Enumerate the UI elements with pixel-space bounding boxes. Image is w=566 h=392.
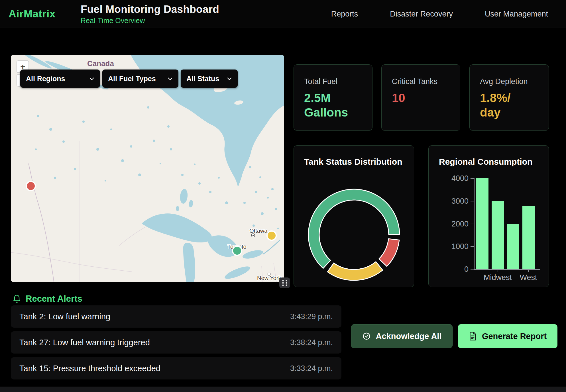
main-nav: Reports Disaster Recovery User Managemen… [331, 0, 548, 28]
alert-message: Tank 27: Low fuel warning triggered [19, 338, 150, 347]
dashboard: AirMatrix Fuel Monitoring Dashboard Real… [0, 0, 566, 392]
new-york-label: New York [257, 275, 281, 281]
donut-segment-warning [327, 262, 383, 280]
y-tick-label: 4000 [437, 174, 469, 183]
donut-segment-critical [379, 239, 399, 266]
y-tick-label: 1000 [437, 242, 469, 251]
y-axis [474, 178, 475, 270]
chevron-down-icon [89, 77, 94, 80]
tank-status-chart-card: Tank Status Distribution [294, 145, 414, 287]
top-bar: AirMatrix Fuel Monitoring Dashboard Real… [0, 0, 566, 28]
acknowledge-all-label: Acknowledge All [376, 332, 442, 341]
bottom-strip [0, 387, 566, 392]
map-canvas: Canada Ottawa Toronto New York [11, 55, 284, 282]
chevron-down-icon [227, 77, 232, 80]
region-filter-value: All Regions [26, 75, 65, 83]
consumption-bar [492, 201, 504, 269]
generate-report-label: Generate Report [482, 332, 547, 341]
alert-message: Tank 2: Low fuel warning [19, 312, 110, 321]
map-filters: All Regions All Fuel Types All Status [20, 70, 238, 88]
x-tick-label: West [508, 273, 548, 282]
ottawa-label: Ottawa [249, 228, 268, 234]
chevron-down-icon [168, 77, 173, 80]
map-resize-grip-icon[interactable] [279, 277, 290, 288]
status-filter-dropdown[interactable]: All Status [181, 70, 238, 88]
tank-marker-critical[interactable] [26, 181, 35, 191]
title-block: Fuel Monitoring Dashboard Real-Time Over… [81, 3, 219, 25]
alerts-header: Recent Alerts [13, 294, 82, 304]
consumption-bar [507, 224, 519, 270]
y-tick-label: 2000 [437, 219, 469, 228]
consumption-bar [522, 206, 535, 269]
page-title: Fuel Monitoring Dashboard [81, 3, 219, 15]
fuel-type-filter-dropdown[interactable]: All Fuel Types [102, 70, 178, 88]
stat-value: 2.5M [304, 91, 372, 105]
alert-message: Tank 15: Pressure threshold exceeded [19, 364, 160, 373]
y-tick-label: 0 [437, 265, 469, 274]
consumption-bar [476, 178, 488, 269]
status-filter-value: All Status [186, 75, 219, 83]
alert-timestamp: 3:38:24 p.m. [290, 338, 333, 347]
bell-icon [13, 294, 21, 304]
region-filter-dropdown[interactable]: All Regions [20, 70, 100, 88]
country-label: Canada [87, 59, 114, 68]
stat-card-critical-tanks: Critical Tanks 10 [381, 64, 460, 131]
regional-consumption-chart-card: Regional Consumption 01000200030004000Mi… [428, 145, 549, 287]
alert-timestamp: 3:43:29 p.m. [290, 312, 333, 321]
tank-marker-warning[interactable] [267, 231, 276, 240]
stat-value: 10 [392, 91, 460, 105]
regional-consumption-bar-chart: 01000200030004000MidwestWest [429, 146, 549, 287]
nav-reports[interactable]: Reports [331, 10, 358, 19]
alert-list-item: Tank 2: Low fuel warning 3:43:29 p.m. [11, 305, 341, 328]
y-tick-label: 3000 [437, 197, 469, 205]
stat-value-line2: Gallons [304, 105, 372, 120]
app-logo: AirMatrix [9, 8, 56, 20]
stat-card-total-fuel: Total Fuel 2.5M Gallons [294, 64, 372, 131]
document-icon [469, 332, 477, 341]
alerts-title: Recent Alerts [26, 294, 82, 304]
alert-timestamp: 3:33:24 p.m. [290, 364, 333, 373]
acknowledge-all-button[interactable]: Acknowledge All [351, 324, 453, 348]
stat-label: Avg Depletion [480, 77, 549, 86]
generate-report-button[interactable]: Generate Report [458, 324, 557, 348]
stat-card-avg-depletion: Avg Depletion 1.8%/ day [469, 64, 549, 131]
alert-list-item: Tank 27: Low fuel warning triggered 3:38… [11, 331, 341, 354]
nav-user-management[interactable]: User Management [485, 10, 548, 19]
tank-status-donut-chart [294, 146, 414, 287]
stat-value-line2: day [480, 105, 549, 120]
x-axis [474, 269, 540, 270]
stat-label: Critical Tanks [392, 77, 460, 86]
tank-marker-normal[interactable] [233, 246, 242, 255]
fuel-type-filter-value: All Fuel Types [108, 75, 156, 83]
check-circle-icon [362, 332, 371, 340]
stat-label: Total Fuel [304, 77, 372, 86]
stat-value: 1.8%/ [480, 91, 549, 105]
page-subtitle: Real-Time Overview [81, 17, 219, 25]
nav-disaster-recovery[interactable]: Disaster Recovery [390, 10, 453, 19]
map-panel[interactable]: Canada Ottawa Toronto New York + − All R… [11, 55, 284, 282]
alert-list-item: Tank 15: Pressure threshold exceeded 3:3… [11, 357, 341, 379]
